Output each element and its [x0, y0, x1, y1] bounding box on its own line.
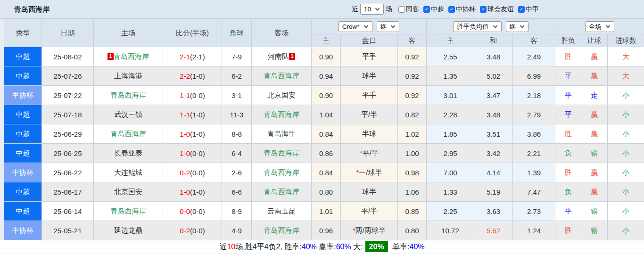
chevron-down-icon — [375, 8, 380, 11]
home-team-name: 大连鲲城 — [114, 168, 142, 176]
filter-checkbox[interactable] — [398, 6, 405, 13]
scope-select-value: 全场 — [589, 23, 602, 31]
filter-checkbox[interactable]: ✓ — [518, 6, 525, 13]
result-wdl-cell: 胜 — [555, 124, 581, 144]
away-team-cell: 青岛西海岸 — [252, 182, 312, 202]
corners-cell: 2-6 — [222, 163, 252, 182]
scope-select[interactable]: 全场 — [585, 21, 614, 32]
sub-header-odds-draw: 和 — [474, 34, 513, 47]
fulltime-score: 1-0 — [180, 188, 190, 196]
match-type-cell: 中超 — [4, 105, 42, 124]
handicap-line-cell: 半球 — [341, 124, 398, 144]
date-cell: 25-07-22 — [42, 86, 94, 105]
match-row: 中超 25-08-02 1青岛西海岸 2-1(2-1) 7-9 河南队1 0.9… — [4, 47, 644, 66]
handicap-away-odds-cell: 0.92 — [398, 66, 427, 86]
chevron-down-icon — [363, 25, 369, 28]
summary-segment: 40% — [410, 243, 425, 251]
col-header-type: 类型 — [4, 19, 42, 47]
away-team-cell: 河南队1 — [252, 47, 312, 66]
halftime-score: (0-0) — [190, 91, 205, 99]
odds-away-cell: 6.99 — [513, 66, 555, 86]
handicap-time-select[interactable]: 终 — [377, 21, 400, 32]
odds-home-cell: 1.33 — [427, 182, 474, 202]
home-team-cell: 北京国安 — [94, 182, 163, 202]
result-goals-cell: 小 — [608, 163, 644, 182]
filter-checkbox-label: 同客 — [406, 5, 419, 14]
handicap-line-text: 球半 — [362, 72, 376, 80]
fulltime-score: 1-1 — [180, 91, 190, 99]
halftime-score: (0-0) — [190, 169, 205, 177]
home-team-cell: 延边龙鼎 — [94, 221, 163, 240]
odds-home-cell: 7.00 — [427, 163, 474, 182]
result-handicap-cell: 输 — [581, 221, 608, 240]
away-team-cell: 青岛西海岸 — [252, 66, 312, 86]
handicap-away-odds-cell: 1.02 — [398, 124, 427, 144]
result-handicap-cell: 走 — [581, 86, 608, 105]
handicap-line-cell: *两/两球半 — [341, 221, 398, 240]
odds-away-cell: 3.86 — [513, 124, 555, 144]
filter-checkbox[interactable]: ✓ — [423, 6, 430, 13]
corners-cell: 4-9 — [222, 221, 252, 240]
handicap-home-odds-cell: 0.94 — [312, 66, 341, 86]
handicap-line-text: 平/半 — [361, 207, 377, 215]
date-cell: 25-06-17 — [42, 182, 94, 202]
bookmaker-select[interactable]: Crow* — [339, 21, 372, 32]
result-handicap-cell: 赢 — [581, 66, 608, 86]
handicap-line-cell: 平/半 — [341, 105, 398, 124]
filter-checkbox[interactable]: ✓ — [448, 6, 455, 13]
handicap-away-odds-cell: 0.98 — [398, 163, 427, 182]
result-goals-cell: 大 — [608, 66, 644, 86]
odds-draw-cell: 3.42 — [474, 144, 513, 163]
odds-time-select[interactable]: 终 — [506, 21, 529, 32]
home-team-name: 青岛西海岸 — [111, 207, 146, 215]
recent-count-select[interactable]: 10 — [360, 4, 384, 15]
home-team-name: 青岛西海岸 — [111, 130, 146, 138]
away-team-name: 云南玉昆 — [267, 207, 296, 215]
away-team-cell: 青岛西海岸 — [252, 163, 312, 182]
odds-draw-cell: 3.63 — [474, 202, 513, 221]
home-team-cell: 武汉三镇 — [94, 105, 163, 124]
handicap-line-cell: *一/球半 — [341, 163, 398, 182]
handicap-line-cell: 平手 — [341, 47, 398, 66]
result-goals-cell: 小 — [608, 182, 644, 202]
odds-type-select[interactable]: 胜平负均值 — [453, 21, 502, 32]
handicap-line-text: 平手 — [362, 52, 376, 60]
date-cell: 25-06-22 — [42, 163, 94, 182]
result-handicap-cell: 输 — [581, 202, 608, 221]
away-team-cell: 青岛西海岸 — [252, 105, 312, 124]
home-team-cell: 上海海港 — [94, 66, 163, 86]
halftime-score: (0-0) — [190, 149, 205, 157]
away-team-name: 青岛西海岸 — [264, 110, 299, 118]
result-handicap-cell: 输 — [581, 144, 608, 163]
home-team-name: 北京国安 — [114, 188, 142, 196]
odds-home-cell: 2.25 — [427, 202, 474, 221]
fulltime-score: 2-1 — [180, 53, 190, 61]
date-cell: 25-06-14 — [42, 202, 94, 221]
col-header-date: 日期 — [42, 19, 94, 47]
corners-cell: 8-9 — [222, 202, 252, 221]
home-team-cell: 大连鲲城 — [94, 163, 163, 182]
summary-bar: 近10场,胜4平4负2, 胜率:40% 赢率:60% 大:20% 单率:40% — [0, 240, 644, 254]
match-history-table: 类型 日期 主场 比分(半场) 角球 客场 Crow* 终 — [4, 19, 644, 240]
odds-draw-cell: 3.48 — [474, 105, 513, 124]
handicap-line-cell: 平/半 — [341, 202, 398, 221]
handicap-home-odds-cell: 0.90 — [312, 47, 341, 66]
corners-cell: 11-3 — [222, 105, 252, 124]
corners-cell: 6-4 — [222, 144, 252, 163]
handicap-line-text: 平/半 — [361, 110, 377, 118]
match-row: 中协杯 25-06-22 大连鲲城 0-2(0-0) 2-6 青岛西海岸 0.8… — [4, 163, 644, 182]
filter-checkbox-label: 球会友谊 — [487, 5, 514, 14]
col-header-away: 客场 — [252, 19, 312, 47]
filter-checkbox[interactable]: ✓ — [480, 6, 487, 13]
odds-draw-cell: 4.14 — [474, 163, 513, 182]
col-header-home: 主场 — [94, 19, 163, 47]
score-cell: 1-0(1-0) — [163, 124, 222, 144]
result-handicap-cell: 赢 — [581, 105, 608, 124]
match-table-body: 中超 25-08-02 1青岛西海岸 2-1(2-1) 7-9 河南队1 0.9… — [4, 47, 644, 240]
match-type-cell: 中超 — [4, 47, 42, 66]
match-type-cell: 中超 — [4, 144, 42, 163]
odds-draw-cell: 5.62 — [474, 221, 513, 240]
handicap-away-odds-cell: 0.82 — [398, 105, 427, 124]
match-type-cell: 中超 — [4, 66, 42, 86]
away-team-name: 青岛西海岸 — [264, 149, 299, 157]
